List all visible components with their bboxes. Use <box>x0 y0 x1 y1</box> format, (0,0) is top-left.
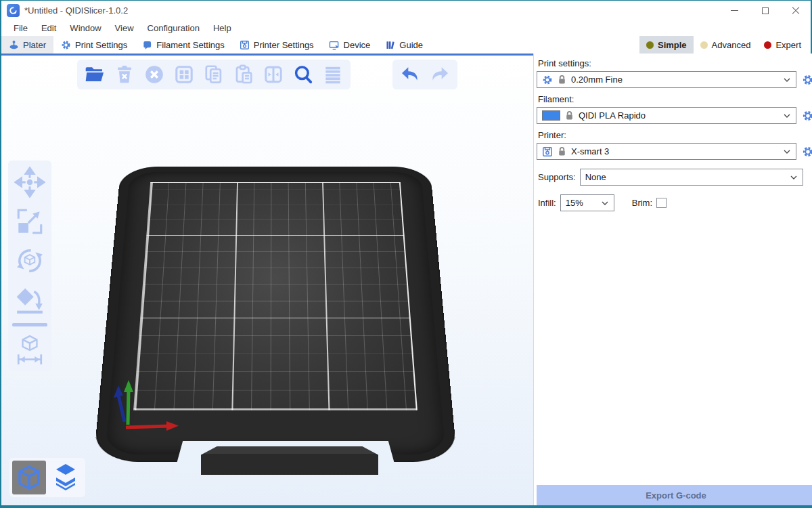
chevron-down-icon <box>601 200 609 206</box>
gear-icon <box>61 40 71 50</box>
print-settings-gear-button[interactable] <box>800 72 812 87</box>
chevron-down-icon <box>783 113 791 119</box>
delete-all-icon <box>143 64 165 85</box>
brim-label: Brim: <box>632 198 652 208</box>
tab-label: Device <box>344 40 371 50</box>
search-icon <box>292 64 314 85</box>
close-icon <box>792 7 800 15</box>
scale-icon <box>14 206 45 237</box>
filament-gear-button[interactable] <box>800 108 812 123</box>
print-settings-label: Print settings: <box>538 58 812 68</box>
printer-value: X-smart 3 <box>571 146 609 156</box>
print-settings-select[interactable]: 0.20mm Fine <box>537 71 796 88</box>
layers-stack-icon <box>51 463 81 492</box>
menu-edit[interactable]: Edit <box>35 23 63 33</box>
printer-gear-button[interactable] <box>800 144 812 159</box>
tab-plater[interactable]: Plater <box>1 36 53 54</box>
window-title: *Untitled - QIDISlicer-1.0.2 <box>24 5 128 16</box>
scale-button[interactable] <box>14 205 46 238</box>
lock-icon <box>565 110 574 121</box>
preview-layers-view-button[interactable] <box>49 461 83 494</box>
tab-device[interactable]: Device <box>321 36 378 54</box>
lock-icon <box>558 146 566 156</box>
left-toolbar <box>8 161 51 371</box>
supports-select[interactable]: None <box>580 169 803 186</box>
place-on-face-icon <box>14 284 45 316</box>
redo-button[interactable] <box>428 62 452 87</box>
tab-label: Printer Settings <box>254 40 314 50</box>
tab-label: Filament Settings <box>156 40 224 50</box>
paste-button[interactable] <box>231 62 256 87</box>
chevron-down-icon <box>790 175 798 180</box>
app-logo-icon <box>7 4 20 17</box>
filament-select[interactable]: QIDI PLA Rapido <box>537 107 796 124</box>
menu-configuration[interactable]: Configuration <box>141 23 206 33</box>
measure-button[interactable] <box>14 333 46 366</box>
filament-color-swatch <box>542 110 560 121</box>
minimize-icon <box>731 10 738 11</box>
search-button[interactable] <box>291 62 315 87</box>
menu-view[interactable]: View <box>108 23 141 33</box>
printer-icon <box>542 146 553 157</box>
open-button[interactable] <box>83 62 107 87</box>
maximize-button[interactable] <box>750 1 780 20</box>
rotate-button[interactable] <box>14 245 46 277</box>
cube-3d-icon <box>16 464 43 491</box>
export-gcode-button[interactable]: Export G-code <box>537 485 812 505</box>
undo-button[interactable] <box>398 62 422 87</box>
main-area: Print settings: 0.20mm Fine Filament: QI… <box>1 54 811 505</box>
place-on-face-button[interactable] <box>14 284 46 316</box>
tab-label: Guide <box>399 40 423 50</box>
maximize-icon <box>762 7 769 14</box>
filament-label: Filament: <box>538 94 812 104</box>
mode-simple[interactable]: Simple <box>639 36 694 54</box>
arrange-button[interactable] <box>172 62 196 87</box>
view-mode-toggles <box>9 458 85 497</box>
delete-button[interactable] <box>112 62 137 87</box>
print-settings-value: 0.20mm Fine <box>571 75 623 85</box>
delete-all-button[interactable] <box>142 62 166 87</box>
title-bar: *Untitled - QIDISlicer-1.0.2 <box>1 1 811 20</box>
app-window: *Untitled - QIDISlicer-1.0.2 File Edit W… <box>0 0 812 508</box>
arrange-icon <box>173 64 195 85</box>
mode-label: Advanced <box>712 40 751 50</box>
chevron-down-icon <box>783 149 791 154</box>
delete-trash-icon <box>114 64 135 85</box>
tab-label: Plater <box>23 40 46 50</box>
tab-filament-settings[interactable]: Filament Settings <box>135 36 231 54</box>
plater-icon <box>9 40 19 50</box>
mode-advanced[interactable]: Advanced <box>694 36 758 54</box>
simple-dot-icon <box>646 41 654 49</box>
filament-value: QIDI PLA Rapido <box>579 110 646 121</box>
printer-select[interactable]: X-smart 3 <box>537 143 796 160</box>
tab-printer-settings[interactable]: Printer Settings <box>232 36 321 54</box>
tab-guide[interactable]: Guide <box>378 36 430 54</box>
gear-icon <box>802 74 812 86</box>
menu-window[interactable]: Window <box>63 23 108 33</box>
expert-dot-icon <box>764 41 771 49</box>
infill-value: 15% <box>566 198 583 208</box>
lock-icon <box>558 75 566 85</box>
split-button[interactable] <box>261 62 286 87</box>
device-icon <box>329 40 340 50</box>
infill-label: Infill: <box>538 198 556 208</box>
menu-file[interactable]: File <box>7 23 35 33</box>
mode-expert[interactable]: Expert <box>757 36 808 54</box>
undo-redo-toolbar <box>392 60 457 89</box>
tab-print-settings[interactable]: Print Settings <box>53 36 135 54</box>
layer-height-button[interactable] <box>321 62 345 87</box>
brim-checkbox[interactable] <box>656 198 667 208</box>
menu-help[interactable]: Help <box>206 23 238 33</box>
chevron-down-icon <box>783 77 791 83</box>
copy-button[interactable] <box>202 62 226 87</box>
copy-icon <box>203 64 225 85</box>
mode-switcher: Simple Advanced Expert <box>639 36 811 54</box>
infill-select[interactable]: 15% <box>560 194 614 211</box>
editor-3d-view-button[interactable] <box>12 461 46 494</box>
viewport-3d[interactable] <box>1 54 533 505</box>
gear-icon <box>802 110 812 122</box>
move-button[interactable] <box>14 166 46 198</box>
minimize-button[interactable] <box>719 1 750 20</box>
paste-icon <box>233 64 254 85</box>
close-button[interactable] <box>780 1 811 20</box>
